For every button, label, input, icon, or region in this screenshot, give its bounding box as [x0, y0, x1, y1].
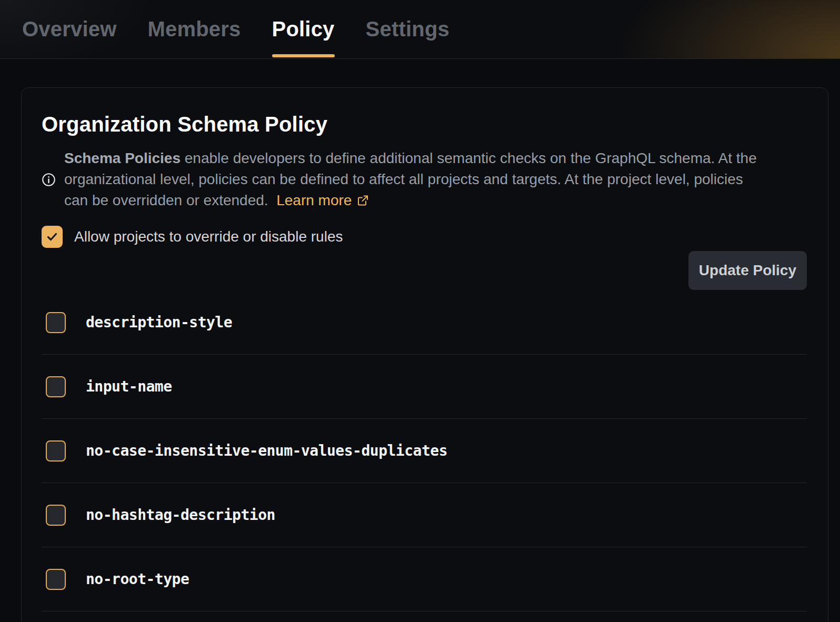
rule-checkbox[interactable] [46, 312, 66, 333]
rule-checkbox[interactable] [46, 376, 66, 397]
rule-name: no-hashtag-description [86, 506, 275, 524]
update-policy-button[interactable]: Update Policy [688, 251, 807, 290]
rule-name: no-case-insensitive-enum-values-duplicat… [86, 442, 447, 459]
description-line-2: organizational level, policies can be de… [64, 169, 757, 190]
update-policy-row: Update Policy [42, 251, 807, 290]
tab-members[interactable]: Members [148, 0, 241, 58]
allow-override-checkbox[interactable] [42, 226, 63, 248]
rule-row-no-root-type[interactable]: no-root-type [42, 547, 807, 611]
page-title: Organization Schema Policy [42, 113, 807, 135]
description-line-1: Schema Policies enable developers to def… [64, 148, 757, 169]
learn-more-label: Learn more [276, 190, 352, 211]
allow-override-row: Allow projects to override or disable ru… [42, 226, 807, 248]
rule-row-input-name[interactable]: input-name [42, 355, 807, 419]
description-lead: Schema Policies [64, 150, 181, 166]
rule-row-no-hashtag-description[interactable]: no-hashtag-description [42, 483, 807, 547]
learn-more-link[interactable]: Learn more [276, 190, 369, 211]
description-line-3: can be overridden or extended. Learn mor… [64, 190, 757, 211]
rule-name: no-root-type [86, 570, 189, 588]
external-link-icon [356, 194, 369, 207]
allow-override-label[interactable]: Allow projects to override or disable ru… [74, 228, 343, 245]
policy-description-text: Schema Policies enable developers to def… [64, 148, 757, 211]
rule-row-description-style[interactable]: description-style [42, 290, 807, 355]
info-circle-icon [42, 173, 56, 187]
rule-row-no-case-insensitive-enum-values-duplicates[interactable]: no-case-insensitive-enum-values-duplicat… [42, 419, 807, 483]
rule-checkbox[interactable] [46, 505, 66, 526]
org-tabbar: Overview Members Policy Settings [0, 0, 840, 59]
rules-list: description-style input-name no-case-ins… [42, 290, 807, 611]
rule-checkbox[interactable] [46, 569, 66, 590]
rule-name: input-name [86, 378, 172, 395]
rule-name: description-style [86, 314, 232, 331]
description-line-1-rest: enable developers to define additional s… [181, 150, 757, 166]
tab-overview[interactable]: Overview [22, 0, 117, 58]
tab-settings[interactable]: Settings [366, 0, 449, 58]
schema-policy-card: Organization Schema Policy Schema Polici… [21, 87, 828, 622]
policy-description: Schema Policies enable developers to def… [42, 148, 807, 211]
tab-policy[interactable]: Policy [272, 0, 335, 58]
rule-checkbox[interactable] [46, 440, 66, 462]
